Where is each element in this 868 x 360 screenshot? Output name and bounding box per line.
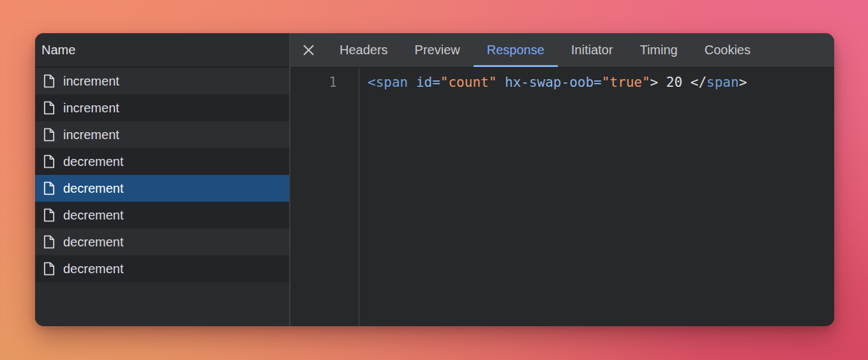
close-detail-button[interactable] <box>290 33 326 67</box>
desktop-background: { "background": { "corner_colors": { "to… <box>0 0 868 360</box>
code-token: "true" <box>602 75 650 90</box>
code-token: id= <box>416 75 440 90</box>
request-name-label: decrement <box>63 262 124 276</box>
code-token: "count" <box>440 75 497 90</box>
request-rows-container: increment increment increment decrement … <box>35 68 289 326</box>
code-token <box>408 75 416 90</box>
code-token: span <box>707 75 739 90</box>
code-token <box>497 75 505 90</box>
document-icon <box>43 154 55 169</box>
request-name-label: decrement <box>63 181 124 196</box>
document-icon <box>43 235 55 249</box>
request-name-label: decrement <box>63 154 124 169</box>
code-token: <span <box>368 75 408 90</box>
request-name-label: decrement <box>63 235 124 250</box>
code-token: hx-swap-oob= <box>505 75 602 90</box>
document-icon <box>43 262 55 276</box>
tab-label: Timing <box>640 43 677 57</box>
line-number-gutter: 1 <box>290 68 359 326</box>
request-name-label: decrement <box>63 208 124 223</box>
document-icon <box>43 101 55 115</box>
tab-label: Preview <box>415 43 460 57</box>
detail-tab-bar: Headers Preview Response Initiator Timin… <box>290 33 834 68</box>
network-request-row[interactable]: increment <box>35 68 289 94</box>
network-request-row[interactable]: increment <box>35 94 289 121</box>
tab-label: Response <box>487 43 544 57</box>
network-request-row-selected[interactable]: decrement <box>35 175 289 202</box>
request-detail-panel: Headers Preview Response Initiator Timin… <box>290 33 834 326</box>
code-token: > 20 </ <box>650 75 707 90</box>
tab-label: Cookies <box>705 43 751 57</box>
tab-cookies[interactable]: Cookies <box>691 33 764 67</box>
document-icon <box>43 208 55 222</box>
code-line: <span id="count" hx-swap-oob="true"> 20 … <box>368 73 834 92</box>
document-icon <box>43 128 55 142</box>
tab-preview[interactable]: Preview <box>401 33 474 67</box>
tab-label: Headers <box>340 43 388 57</box>
network-request-row[interactable]: decrement <box>35 229 289 255</box>
network-request-row[interactable]: increment <box>35 121 289 148</box>
close-icon <box>302 43 315 57</box>
code-content: <span id="count" hx-swap-oob="true"> 20 … <box>359 68 834 326</box>
tab-headers[interactable]: Headers <box>326 33 401 67</box>
tab-initiator[interactable]: Initiator <box>558 33 627 67</box>
response-code-editor[interactable]: 1 <span id="count" hx-swap-oob="true"> 2… <box>290 68 834 326</box>
line-number: 1 <box>290 73 337 92</box>
request-name-label: increment <box>63 101 119 116</box>
network-request-row[interactable]: decrement <box>35 255 289 282</box>
name-column-label: Name <box>41 43 75 57</box>
network-request-row[interactable]: decrement <box>35 202 289 229</box>
tab-label: Initiator <box>571 43 613 57</box>
code-token: > <box>739 75 747 90</box>
network-request-row[interactable]: decrement <box>35 148 289 175</box>
name-column-header[interactable]: Name <box>35 33 289 68</box>
network-request-list-panel: Name increment increment increment decre… <box>35 33 289 326</box>
document-icon <box>43 181 55 195</box>
request-name-label: increment <box>63 128 119 142</box>
tab-timing[interactable]: Timing <box>626 33 691 67</box>
request-name-label: increment <box>63 74 119 89</box>
document-icon <box>43 74 55 88</box>
devtools-window: Name increment increment increment decre… <box>35 33 834 326</box>
tab-response[interactable]: Response <box>474 33 558 67</box>
